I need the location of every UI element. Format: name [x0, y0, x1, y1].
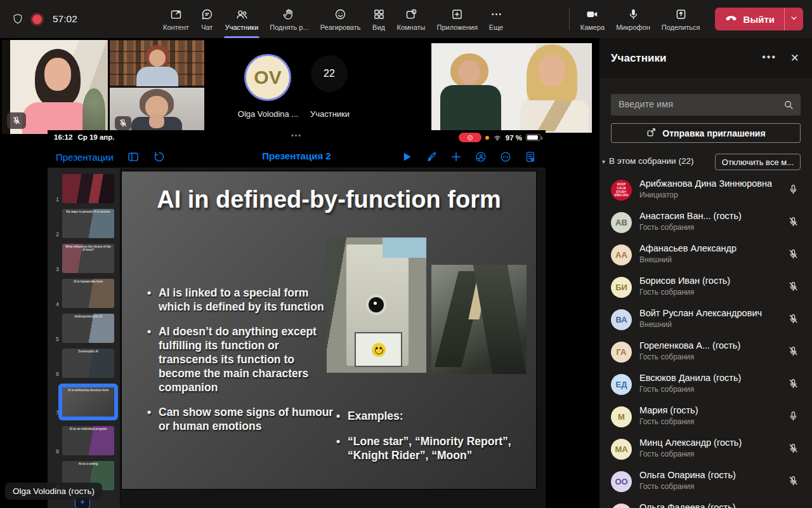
- toolbar-tab-3[interactable]: Поднять р...: [264, 0, 314, 38]
- video-tile-4[interactable]: [431, 43, 592, 133]
- slide-title: AI in defined-by-function form: [141, 184, 517, 215]
- keynote-back-link[interactable]: Презентации: [56, 152, 114, 163]
- mic-off-icon[interactable]: [787, 281, 799, 293]
- view-icon: [372, 8, 386, 21]
- slide-thumbnail-row[interactable]: 8AI as an individual program: [48, 426, 120, 455]
- mic-off-icon[interactable]: [787, 443, 799, 455]
- slide-thumbnail[interactable]: Zoomorphic AI: [62, 349, 114, 378]
- slide-thumbnail[interactable]: Anthropomorphic AI: [62, 314, 114, 343]
- participant-row[interactable]: ММария (гость)Гость собрания: [599, 401, 812, 433]
- collaborate-icon[interactable]: [475, 150, 487, 163]
- participant-row[interactable]: БИБорисов Иван (гость)Гость собрания: [599, 271, 812, 304]
- slide-thumbnail[interactable]: What influences the choice of the AI for…: [62, 244, 114, 273]
- meeting-status-group: 57:02: [11, 0, 77, 38]
- slide-thumbnail-row[interactable]: 6Zoomorphic AI: [48, 349, 120, 378]
- recording-indicator-icon: [32, 15, 42, 24]
- mic-off-icon[interactable]: [787, 378, 799, 390]
- toolbar-tab-0[interactable]: Контент: [157, 0, 195, 38]
- section-label[interactable]: ▾В этом собрании (22): [602, 156, 693, 166]
- thumbnail-title: AI as a setting: [64, 462, 112, 465]
- mic-off-icon[interactable]: [787, 216, 799, 228]
- more-circle-icon[interactable]: [499, 150, 512, 163]
- slide-thumbnail[interactable]: [62, 174, 114, 203]
- leave-options-button[interactable]: [784, 8, 803, 30]
- slide-examples-heading: Examples:: [335, 409, 525, 423]
- search-input[interactable]: Введите имя: [611, 94, 801, 116]
- toolbar-tab-4[interactable]: Реагировать: [315, 0, 367, 38]
- leave-button[interactable]: Выйти: [715, 8, 784, 30]
- slide-thumbnail-row[interactable]: 2Six ways to present AI in movies: [48, 209, 120, 238]
- mic-off-icon[interactable]: [787, 248, 799, 260]
- format-brush-icon[interactable]: [425, 150, 438, 163]
- mic-off-icon[interactable]: [787, 345, 799, 358]
- participant-row[interactable]: АААфанасьев АлександрВнешний: [599, 239, 812, 271]
- slide-thumbnail[interactable]: Six ways to present AI in movies: [62, 209, 114, 238]
- participants-count-bubble[interactable]: 22: [311, 55, 348, 92]
- toolbar-tab-1[interactable]: Чат: [195, 0, 219, 38]
- battery-icon: [526, 134, 540, 141]
- tab-label: Участники: [225, 23, 259, 31]
- slide-image-gerty-robot: [327, 237, 426, 373]
- mic-on-icon[interactable]: [787, 410, 799, 422]
- shared-screen: 16:12 Ср 19 апр. ••• 97 % Презентации: [48, 130, 546, 508]
- mic-icon: [627, 8, 640, 21]
- mic-on-icon[interactable]: [787, 184, 799, 196]
- slide-thumbnail-row[interactable]: 1: [48, 174, 120, 203]
- mic-off-icon[interactable]: [787, 313, 799, 325]
- close-icon[interactable]: ✕: [790, 51, 799, 65]
- participant-avatar: ВА: [611, 309, 632, 330]
- panel-more-icon[interactable]: •••: [762, 51, 776, 63]
- slide-thumbnail[interactable]: AI as an individual program: [62, 426, 114, 455]
- participant-name: Гореленкова А... (гость): [639, 340, 740, 351]
- participant-row[interactable]: Ольга Фадеева (гость): [599, 498, 812, 508]
- screen-record-pill[interactable]: [459, 133, 481, 142]
- mic-off-icon[interactable]: [787, 475, 799, 487]
- slide-canvas: AI in defined-by-function form AI is lin…: [121, 168, 546, 508]
- video-tile-1[interactable]: [2, 40, 108, 134]
- add-icon[interactable]: [450, 150, 462, 163]
- participant-role: Гость собрания: [639, 223, 694, 232]
- chevron-down-icon: [789, 13, 799, 25]
- leave-control: Выйти: [715, 8, 803, 30]
- keynote-toolbar: Презентации Презентация 2: [48, 145, 546, 168]
- slide-bullet: AI doesn’t do anything except fulfilling…: [146, 324, 336, 394]
- device-control-2[interactable]: Поделиться: [656, 0, 706, 38]
- participant-role: Гость собрания: [639, 288, 694, 297]
- slide-thumbnail-row[interactable]: 3What influences the choice of the AI fo…: [48, 244, 120, 273]
- mute-all-button[interactable]: Отключить все м...: [715, 154, 801, 170]
- play-icon[interactable]: [400, 150, 413, 163]
- participant-row[interactable]: ГАГореленкова А... (гость)Гость собрания: [599, 336, 812, 368]
- tab-label: Поднять р...: [270, 23, 308, 31]
- slide-thumbnail-row[interactable]: 4AI in human-like form: [48, 279, 120, 308]
- participant-row[interactable]: ЕДЕвсюков Данила (гость)Гость собрания: [599, 368, 812, 401]
- participant-avatar: АВ: [611, 212, 632, 233]
- slide-thumbnail-row[interactable]: 7AI in defined-by-function form: [48, 387, 120, 417]
- avatar-spotlight[interactable]: OV: [244, 54, 291, 101]
- toolbar-tab-5[interactable]: Вид: [367, 0, 391, 38]
- toolbar-tab-7[interactable]: Приложения: [431, 0, 483, 38]
- slide-thumbnail-row[interactable]: 5Anthropomorphic AI: [48, 314, 120, 343]
- presentation-slide: AI in defined-by-function form AI is lin…: [122, 171, 536, 489]
- participant-row[interactable]: АВАнастасия Ван... (гость)Гость собрания: [599, 206, 812, 239]
- toolbar-tab-2[interactable]: Участники: [219, 0, 265, 38]
- participant-row[interactable]: ВАВойт Руслан АлександровичВнешний: [599, 304, 812, 336]
- video-tile-2[interactable]: [110, 40, 204, 86]
- slide-thumbnail[interactable]: AI in defined-by-function form: [62, 387, 114, 417]
- video-tile-3[interactable]: [110, 88, 204, 134]
- device-control-1[interactable]: Микрофон: [610, 0, 656, 38]
- participant-row[interactable]: ОООльга Опарина (гость)Гость собрания: [599, 465, 812, 498]
- slide-number: 2: [51, 231, 59, 237]
- toolbar-tab-6[interactable]: Комнаты: [391, 0, 431, 38]
- undo-icon[interactable]: [153, 150, 166, 163]
- presenter-notes-icon[interactable]: [524, 150, 537, 163]
- device-control-0[interactable]: Камера: [575, 0, 610, 38]
- participant-row[interactable]: МАМинц Александр (гость)Гость собрания: [599, 433, 812, 465]
- toolbar-tab-8[interactable]: Еще: [483, 0, 509, 38]
- slide-thumbnail[interactable]: AI in human-like form: [62, 279, 114, 308]
- navigator-panel-icon[interactable]: [127, 150, 140, 163]
- slide-number: 6: [51, 371, 59, 377]
- participant-row[interactable]: KEEPCALMSTUDYENGLISHАрибжанова Дина Зинн…: [599, 174, 812, 206]
- send-invite-button[interactable]: Отправка приглашения: [611, 123, 801, 143]
- share-icon: [674, 8, 688, 21]
- participants-panel: Участники ••• ✕ Введите имя Отправка при…: [599, 38, 812, 508]
